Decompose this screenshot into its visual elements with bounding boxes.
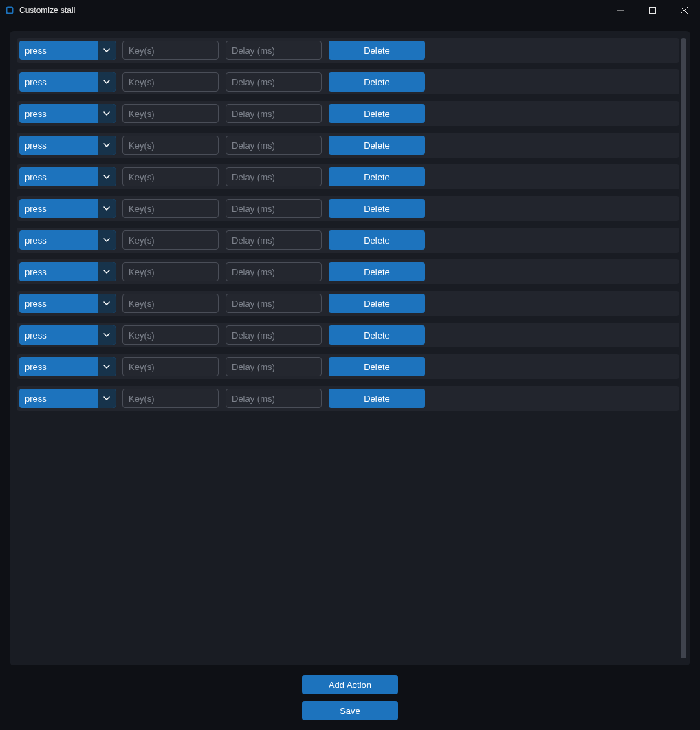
chevron-down-icon <box>98 104 116 123</box>
chevron-down-icon <box>98 262 116 281</box>
chevron-down-icon <box>98 294 116 313</box>
delay-input[interactable] <box>226 294 322 313</box>
keys-input[interactable] <box>122 294 219 313</box>
content-wrap: pressDeletepressDeletepressDeletepressDe… <box>0 21 700 730</box>
app-icon <box>4 5 15 16</box>
keys-input[interactable] <box>122 357 219 376</box>
footer-buttons: Add Action Save <box>10 665 690 720</box>
actions-panel: pressDeletepressDeletepressDeletepressDe… <box>10 31 690 665</box>
add-action-button[interactable]: Add Action <box>302 675 398 694</box>
chevron-down-icon <box>98 230 116 250</box>
action-row: pressDelete <box>17 386 679 411</box>
action-type-dropdown[interactable]: press <box>19 357 116 376</box>
delay-input[interactable] <box>226 72 322 92</box>
delay-input[interactable] <box>226 230 322 250</box>
action-type-dropdown[interactable]: press <box>19 199 116 218</box>
delete-button[interactable]: Delete <box>329 72 425 92</box>
keys-input[interactable] <box>122 136 219 155</box>
keys-input[interactable] <box>122 199 219 218</box>
action-row: pressDelete <box>17 354 679 379</box>
delete-button[interactable]: Delete <box>329 167 425 186</box>
action-row: pressDelete <box>17 196 679 221</box>
chevron-down-icon <box>98 167 116 186</box>
delay-input[interactable] <box>226 199 322 218</box>
keys-input[interactable] <box>122 389 219 408</box>
titlebar: Customize stall <box>0 0 700 21</box>
chevron-down-icon <box>98 389 116 408</box>
maximize-button[interactable] <box>637 0 668 21</box>
keys-input[interactable] <box>122 104 219 123</box>
actions-list: pressDeletepressDeletepressDeletepressDe… <box>17 38 679 658</box>
delay-input[interactable] <box>226 167 322 186</box>
delete-button[interactable]: Delete <box>329 199 425 218</box>
action-row: pressDelete <box>17 164 679 189</box>
action-type-dropdown[interactable]: press <box>19 230 116 250</box>
delete-button[interactable]: Delete <box>329 325 425 345</box>
action-type-dropdown[interactable]: press <box>19 325 116 345</box>
delete-button[interactable]: Delete <box>329 230 425 250</box>
action-type-dropdown[interactable]: press <box>19 104 116 123</box>
delete-button[interactable]: Delete <box>329 41 425 60</box>
delete-button[interactable]: Delete <box>329 357 425 376</box>
delay-input[interactable] <box>226 357 322 376</box>
delay-input[interactable] <box>226 262 322 281</box>
chevron-down-icon <box>98 136 116 155</box>
delete-button[interactable]: Delete <box>329 389 425 408</box>
action-row: pressDelete <box>17 259 679 284</box>
minimize-button[interactable] <box>605 0 637 21</box>
action-row: pressDelete <box>17 291 679 316</box>
delete-button[interactable]: Delete <box>329 104 425 123</box>
chevron-down-icon <box>98 325 116 345</box>
keys-input[interactable] <box>122 325 219 345</box>
chevron-down-icon <box>98 72 116 92</box>
action-type-dropdown[interactable]: press <box>19 167 116 186</box>
delete-button[interactable]: Delete <box>329 136 425 155</box>
action-type-dropdown[interactable]: press <box>19 72 116 92</box>
delay-input[interactable] <box>226 389 322 408</box>
delay-input[interactable] <box>226 325 322 345</box>
action-type-dropdown[interactable]: press <box>19 389 116 408</box>
delete-button[interactable]: Delete <box>329 262 425 281</box>
close-button[interactable] <box>668 0 700 21</box>
action-type-dropdown[interactable]: press <box>19 136 116 155</box>
action-type-dropdown[interactable]: press <box>19 41 116 60</box>
delay-input[interactable] <box>226 41 322 60</box>
action-row: pressDelete <box>17 101 679 126</box>
keys-input[interactable] <box>122 230 219 250</box>
keys-input[interactable] <box>122 41 219 60</box>
keys-input[interactable] <box>122 72 219 92</box>
keys-input[interactable] <box>122 167 219 186</box>
action-row: pressDelete <box>17 69 679 94</box>
action-row: pressDelete <box>17 38 679 63</box>
chevron-down-icon <box>98 41 116 60</box>
action-type-dropdown[interactable]: press <box>19 262 116 281</box>
action-type-dropdown[interactable]: press <box>19 294 116 313</box>
delete-button[interactable]: Delete <box>329 294 425 313</box>
scrollbar[interactable] <box>681 38 686 658</box>
action-row: pressDelete <box>17 323 679 347</box>
keys-input[interactable] <box>122 262 219 281</box>
chevron-down-icon <box>98 357 116 376</box>
window-title: Customize stall <box>19 6 605 15</box>
window-controls <box>605 0 700 21</box>
delay-input[interactable] <box>226 136 322 155</box>
save-button[interactable]: Save <box>302 701 398 720</box>
action-row: pressDelete <box>17 133 679 158</box>
delay-input[interactable] <box>226 104 322 123</box>
action-row: pressDelete <box>17 228 679 253</box>
svg-rect-3 <box>650 8 656 14</box>
chevron-down-icon <box>98 199 116 218</box>
